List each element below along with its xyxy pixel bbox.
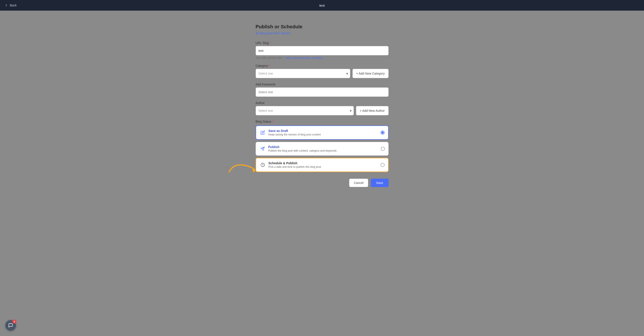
author-row: Select one ▾ + Add New Author <box>256 106 388 115</box>
schedule-title: Schedule & Publish <box>268 161 378 165</box>
author-group: Author Select one ▾ + Add New Author <box>256 101 388 115</box>
blog-status-group: Blog Status * Save as Draft Keep saving … <box>256 120 388 172</box>
navbar: Back test <box>0 0 644 11</box>
form-title: Publish or Schedule <box>256 24 388 30</box>
draft-radio[interactable] <box>380 131 384 135</box>
author-label: Author <box>256 101 388 105</box>
seo-link[interactable]: Blog post SEO details <box>256 31 388 35</box>
clock-status-icon <box>260 162 266 168</box>
schedule-radio[interactable] <box>380 163 384 167</box>
back-label: Back <box>10 3 16 7</box>
url-slug-label: URL Slug * <box>256 41 388 45</box>
keywords-group: Add Keywords <box>256 82 388 97</box>
chat-icon <box>8 323 13 328</box>
author-select[interactable]: Select one <box>256 106 354 115</box>
arrow-left-icon <box>4 3 8 7</box>
cancel-button[interactable]: Cancel <box>349 179 368 187</box>
pencil-status-icon <box>260 129 266 136</box>
draft-title: Save as Draft <box>268 129 378 133</box>
keywords-label: Add Keywords <box>256 82 388 86</box>
url-slug-group: URL Slug * Your URL will look like: ~ ht… <box>256 41 388 59</box>
page-content: Publish or Schedule Blog post SEO detail… <box>0 11 644 209</box>
form-container: Publish or Schedule Blog post SEO detail… <box>256 24 388 187</box>
page-title: test <box>319 3 324 7</box>
keywords-input[interactable] <box>256 87 388 97</box>
status-option-publish[interactable]: Publish Publish the blog post with conte… <box>256 142 388 156</box>
chat-bubble[interactable]: 8 <box>5 320 16 331</box>
blog-status-label: Blog Status * <box>256 120 388 123</box>
url-preview-link[interactable]: https://www.example.com/b/test <box>285 56 323 59</box>
publish-title: Publish <box>268 145 378 149</box>
pencil-icon <box>256 32 259 35</box>
publish-radio[interactable] <box>381 147 385 151</box>
svg-marker-2 <box>252 168 256 172</box>
publish-desc: Publish the blog post with content, cate… <box>268 149 378 152</box>
url-preview: Your URL will look like: ~ https://www.e… <box>256 56 388 59</box>
send-status-icon <box>260 146 266 152</box>
form-footer: Cancel Save <box>256 179 388 187</box>
category-row: Select one ▾ + Add New Category <box>256 69 388 78</box>
draft-status-text: Save as Draft Keep saving the version of… <box>268 129 378 136</box>
status-option-draft[interactable]: Save as Draft Keep saving the version of… <box>256 125 388 140</box>
schedule-status-text: Schedule & Publish Pick a date and time … <box>268 161 378 168</box>
required-indicator: * <box>272 120 273 123</box>
save-button[interactable]: Save <box>371 179 388 187</box>
required-indicator: * <box>270 41 271 45</box>
category-label: Category * <box>256 64 388 67</box>
required-indicator: * <box>269 64 270 67</box>
category-group: Category * Select one ▾ + Add New Catego… <box>256 64 388 78</box>
back-button[interactable]: Back <box>4 3 16 7</box>
schedule-card-container: Schedule & Publish Pick a date and time … <box>256 158 388 172</box>
add-category-button[interactable]: + Add New Category <box>352 69 388 78</box>
category-select[interactable]: Select one <box>256 69 350 78</box>
publish-status-text: Publish Publish the blog post with conte… <box>268 145 378 152</box>
schedule-desc: Pick a date and time to publish this blo… <box>268 165 378 168</box>
status-option-schedule[interactable]: Schedule & Publish Pick a date and time … <box>256 158 388 172</box>
category-select-wrapper: Select one ▾ <box>256 69 350 78</box>
seo-link-label: Blog post SEO details <box>260 31 290 35</box>
add-author-button[interactable]: + Add New Author <box>356 106 388 115</box>
url-slug-input[interactable] <box>256 46 388 55</box>
author-select-wrapper: Select one ▾ <box>256 106 354 115</box>
draft-radio-inner <box>382 131 384 134</box>
annotation-arrow-icon <box>227 159 258 176</box>
chat-badge: 8 <box>12 320 16 324</box>
draft-desc: Keep saving the version of blog post con… <box>268 133 378 136</box>
